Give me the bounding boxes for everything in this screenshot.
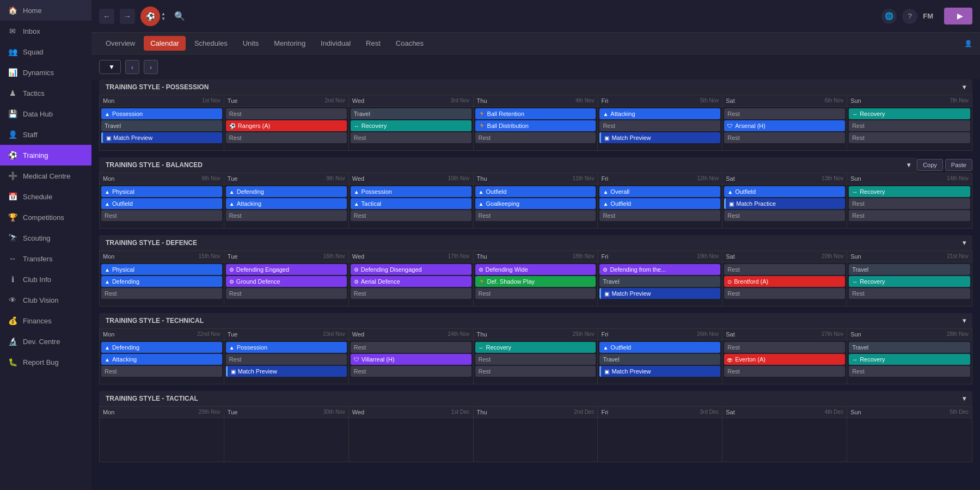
- event-w2-0-1[interactable]: ▲ Outfield: [101, 198, 222, 209]
- event-w3-6-2[interactable]: Rest: [849, 288, 970, 299]
- week-header-w4[interactable]: TRAINING STYLE - TECHNICAL ▾: [99, 313, 972, 328]
- event-w3-4-0[interactable]: ⚙ Defending from the...: [599, 264, 720, 275]
- event-w1-1-0[interactable]: Rest: [226, 108, 347, 119]
- paste-button-w2[interactable]: Paste: [945, 159, 972, 171]
- next-month-button[interactable]: ›: [144, 60, 158, 74]
- sidebar-item-staff[interactable]: 👤 Staff: [0, 124, 91, 145]
- prev-month-button[interactable]: ‹: [125, 60, 139, 74]
- event-w2-1-1[interactable]: ▲ Attacking: [226, 198, 347, 209]
- event-w1-1-2[interactable]: Rest: [226, 132, 347, 143]
- week-header-w3[interactable]: TRAINING STYLE - DEFENCE ▾: [99, 235, 972, 250]
- tab-overview[interactable]: Overview: [99, 36, 142, 51]
- event-w2-2-2[interactable]: Rest: [351, 210, 471, 221]
- sidebar-item-transfers[interactable]: ↔ Transfers: [0, 248, 91, 269]
- event-w1-1-1[interactable]: ⚽ Rangers (A): [226, 120, 347, 131]
- week-header-w5[interactable]: TRAINING STYLE - TACTICAL ▾: [99, 391, 972, 406]
- forward-button[interactable]: →: [120, 9, 135, 24]
- event-w3-0-2[interactable]: Rest: [101, 288, 222, 299]
- month-select[interactable]: ▼: [99, 60, 121, 74]
- event-w3-2-0[interactable]: ⚙ Defending Disengaged: [351, 264, 471, 275]
- tab-rest[interactable]: Rest: [359, 36, 387, 51]
- event-w2-4-0[interactable]: ▲ Overall: [599, 186, 720, 197]
- help-button[interactable]: ?: [902, 9, 917, 24]
- event-w1-3-2[interactable]: Rest: [475, 132, 596, 143]
- search-icon[interactable]: 🔍: [174, 11, 185, 21]
- sidebar-item-medical[interactable]: ➕ Medical Centre: [0, 166, 91, 186]
- event-w4-4-1[interactable]: Travel: [599, 354, 720, 365]
- sidebar-item-dev-centre[interactable]: 🔬 Dev. Centre: [0, 331, 91, 352]
- sidebar-item-dynamics[interactable]: 📊 Dynamics: [0, 62, 91, 83]
- event-w4-0-2[interactable]: Rest: [101, 366, 222, 377]
- event-w2-3-0[interactable]: ▲ Outfield: [475, 186, 596, 197]
- event-w4-6-0[interactable]: Travel: [849, 342, 970, 353]
- event-w3-0-0[interactable]: ▲ Physical: [101, 264, 222, 275]
- event-w4-1-2[interactable]: ▣ Match Preview: [226, 366, 347, 377]
- event-w3-3-1[interactable]: 🏃 Def. Shadow Play: [475, 276, 596, 287]
- event-w2-0-2[interactable]: Rest: [101, 210, 222, 221]
- event-w3-1-0[interactable]: ⚙ Defending Engaged: [226, 264, 347, 275]
- week-header-w2[interactable]: TRAINING STYLE - BALANCED ▾: [99, 157, 917, 173]
- event-w1-0-1[interactable]: Travel: [101, 120, 222, 131]
- globe-button[interactable]: 🌐: [881, 9, 897, 24]
- club-logo[interactable]: ⚽: [140, 7, 160, 26]
- event-w1-6-2[interactable]: Rest: [849, 132, 970, 143]
- event-w3-1-1[interactable]: ⚙ Ground Defence: [226, 276, 347, 287]
- event-w2-1-0[interactable]: ▲ Defending: [226, 186, 347, 197]
- event-w3-1-2[interactable]: Rest: [226, 288, 347, 299]
- event-w1-2-1[interactable]: ↔ Recovery: [351, 120, 471, 131]
- event-w2-0-0[interactable]: ▲ Physical: [101, 186, 222, 197]
- event-w2-2-1[interactable]: ▲ Tactical: [351, 198, 471, 209]
- sidebar-item-squad[interactable]: 👥 Squad: [0, 41, 91, 62]
- event-w2-3-2[interactable]: Rest: [475, 210, 596, 221]
- event-w3-0-1[interactable]: ▲ Defending: [101, 276, 222, 287]
- event-w3-4-2[interactable]: ▣ Match Preview: [599, 288, 720, 299]
- tab-coaches[interactable]: Coaches: [389, 36, 430, 51]
- event-w4-1-1[interactable]: Rest: [226, 354, 347, 365]
- tab-schedules[interactable]: Schedules: [188, 36, 234, 51]
- event-w1-6-1[interactable]: Rest: [849, 120, 970, 131]
- event-w2-1-2[interactable]: Rest: [226, 210, 347, 221]
- event-w3-5-2[interactable]: Rest: [724, 288, 845, 299]
- tab-individual[interactable]: Individual: [314, 36, 357, 51]
- event-w4-3-2[interactable]: Rest: [475, 366, 596, 377]
- club-logo-arrows[interactable]: ▲▼: [161, 11, 166, 21]
- event-w4-2-2[interactable]: Rest: [351, 366, 471, 377]
- sidebar-item-training[interactable]: ⚽ Training: [0, 145, 91, 166]
- event-w3-6-1[interactable]: ↔ Recovery: [849, 276, 970, 287]
- event-w4-2-1[interactable]: 🛡 Villarreal (H): [351, 354, 471, 365]
- event-w4-0-0[interactable]: ▲ Defending: [101, 342, 222, 353]
- event-w4-3-1[interactable]: Rest: [475, 354, 596, 365]
- event-w1-2-2[interactable]: Rest: [351, 132, 471, 143]
- sidebar-item-inbox[interactable]: ✉ Inbox: [0, 21, 91, 41]
- event-w2-5-2[interactable]: Rest: [724, 210, 845, 221]
- event-w3-6-0[interactable]: Travel: [849, 264, 970, 275]
- event-w3-4-1[interactable]: Travel: [599, 276, 720, 287]
- sidebar-item-club-info[interactable]: ℹ Club Info: [0, 269, 91, 290]
- event-w2-5-0[interactable]: ▲ Outfield: [724, 186, 845, 197]
- event-w3-3-0[interactable]: ⚙ Defending Wide: [475, 264, 596, 275]
- event-w4-3-0[interactable]: ↔ Recovery: [475, 342, 596, 353]
- event-w3-5-0[interactable]: Rest: [724, 264, 845, 275]
- event-w2-6-2[interactable]: Rest: [849, 210, 970, 221]
- event-w1-6-0[interactable]: ↔ Recovery: [849, 108, 970, 119]
- event-w4-0-1[interactable]: ▲ Attacking: [101, 354, 222, 365]
- event-w1-0-2[interactable]: ▣ Match Preview: [101, 132, 222, 143]
- event-w4-6-2[interactable]: Rest: [849, 366, 970, 377]
- week-header-w1[interactable]: TRAINING STYLE - POSSESSION ▾: [99, 79, 972, 95]
- event-w1-3-0[interactable]: 🏃 Ball Retention: [475, 108, 596, 119]
- event-w1-3-1[interactable]: 🏃 Ball Distribution: [475, 120, 596, 131]
- sidebar-item-home[interactable]: 🏠 Home: [0, 0, 91, 21]
- event-w4-4-2[interactable]: ▣ Match Preview: [599, 366, 720, 377]
- back-button[interactable]: ←: [99, 9, 114, 24]
- event-w4-1-0[interactable]: ▲ Possession: [226, 342, 347, 353]
- event-w3-2-1[interactable]: ⚙ Aerial Defence: [351, 276, 471, 287]
- sidebar-item-competitions[interactable]: 🏆 Competitions: [0, 207, 91, 228]
- event-w4-6-1[interactable]: ↔ Recovery: [849, 354, 970, 365]
- sidebar-item-report-bug[interactable]: 🐛 Report Bug: [0, 352, 91, 372]
- event-w2-2-0[interactable]: ▲ Possession: [351, 186, 471, 197]
- tab-mentoring[interactable]: Mentoring: [267, 36, 312, 51]
- event-w2-6-0[interactable]: ↔ Recovery: [849, 186, 970, 197]
- event-w2-4-1[interactable]: ▲ Outfield: [599, 198, 720, 209]
- event-w2-4-2[interactable]: Rest: [599, 210, 720, 221]
- event-w1-2-0[interactable]: Travel: [351, 108, 471, 119]
